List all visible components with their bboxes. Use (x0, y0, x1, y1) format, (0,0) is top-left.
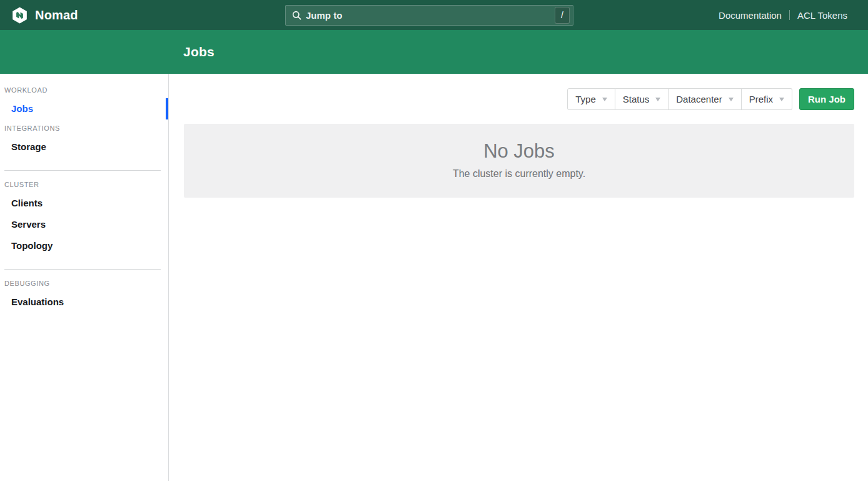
sidebar-section-cluster: CLUSTER (0, 176, 168, 193)
documentation-link[interactable]: Documentation (719, 10, 782, 21)
sidebar-section-integrations: INTEGRATIONS (0, 119, 168, 136)
slash-shortcut-key: / (555, 7, 570, 24)
main-content: Type Status Datacenter Prefix Run Job (169, 74, 868, 481)
empty-state-message: The cluster is currently empty. (196, 167, 842, 181)
status-filter-dropdown[interactable]: Status (615, 88, 669, 110)
type-filter-dropdown[interactable]: Type (567, 88, 615, 110)
caret-down-icon (779, 98, 784, 101)
sidebar-item-clients[interactable]: Clients (0, 193, 168, 214)
sidebar-item-servers[interactable]: Servers (0, 214, 168, 235)
sidebar-divider (4, 170, 161, 171)
caret-down-icon (602, 98, 607, 101)
sidebar-item-evaluations[interactable]: Evaluations (0, 291, 168, 313)
jump-to-search[interactable]: / (285, 5, 573, 26)
page-header: Jobs (0, 30, 868, 74)
nomad-cube-icon (11, 7, 28, 24)
search-icon (292, 11, 301, 20)
run-job-button[interactable]: Run Job (799, 88, 854, 110)
sidebar-nav: WORKLOAD Jobs INTEGRATIONS Storage CLUST… (0, 74, 169, 481)
datacenter-filter-dropdown[interactable]: Datacenter (669, 88, 741, 110)
top-navbar: Nomad / Documentation ACL Tokens (0, 0, 868, 30)
page-title: Jobs (183, 44, 214, 59)
sidebar-item-topology[interactable]: Topology (0, 235, 168, 256)
brand-area[interactable]: Nomad (0, 7, 285, 24)
caret-down-icon (655, 98, 660, 101)
link-separator (789, 10, 790, 20)
sidebar-divider (4, 269, 161, 270)
filter-label: Datacenter (676, 94, 722, 104)
brand-name: Nomad (35, 8, 78, 23)
topbar-links: Documentation ACL Tokens (573, 10, 868, 21)
sidebar-section-debugging: DEBUGGING (0, 275, 168, 291)
sidebar-item-storage[interactable]: Storage (0, 136, 168, 158)
filter-label: Type (575, 94, 596, 104)
filter-label: Status (623, 94, 650, 104)
search-input[interactable] (306, 10, 555, 21)
caret-down-icon (729, 98, 734, 101)
filter-group: Type Status Datacenter Prefix (567, 88, 792, 110)
sidebar-item-jobs[interactable]: Jobs (0, 98, 168, 119)
empty-state-title: No Jobs (196, 139, 842, 164)
sidebar-section-workload: WORKLOAD (0, 81, 168, 98)
filter-label: Prefix (749, 94, 773, 104)
prefix-filter-dropdown[interactable]: Prefix (742, 88, 792, 110)
acl-tokens-link[interactable]: ACL Tokens (797, 10, 847, 21)
jobs-toolbar: Type Status Datacenter Prefix Run Job (184, 88, 854, 110)
empty-state-panel: No Jobs The cluster is currently empty. (184, 124, 854, 198)
